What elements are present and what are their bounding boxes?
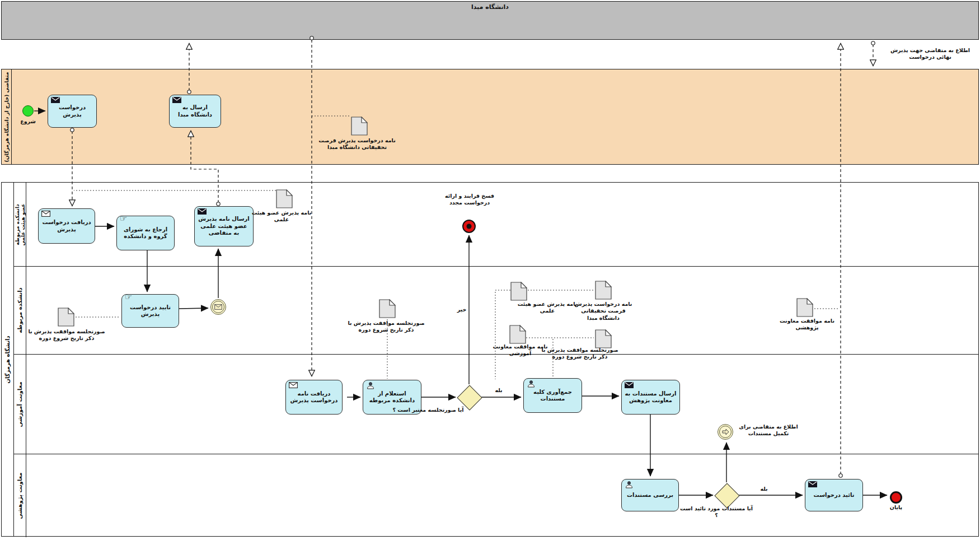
link-event-ring: [719, 426, 732, 438]
message-throw-event-ring: [212, 301, 224, 313]
doc-faculty-acceptance-copy-icon[interactable]: [510, 282, 527, 303]
user-task-icon: [624, 481, 634, 488]
link-arrow-icon: [721, 429, 729, 435]
link-intermediate-event[interactable]: [718, 424, 733, 440]
end-event[interactable]: [890, 491, 902, 504]
doc-faculty-acceptance-copy-label: نامه پذیرش عضو هیئت علمی: [516, 301, 579, 315]
receive-message-icon: [288, 382, 298, 389]
user-task-icon: [365, 382, 375, 389]
flow-label-yes: بله: [757, 486, 771, 492]
link-event-label: اطلاع به متقاضی برای تکمیل مستندات: [735, 423, 801, 437]
task-label: جمع‌آوری کلیه مستندات: [527, 389, 579, 403]
task-label: ارسال نامه پذیرش عضو هیئت علمی به متقاضی: [198, 216, 250, 237]
doc-minutes-copy2-label: صورتجلسه موافقت پذیرش با ذکر تاریخ شروع …: [538, 347, 621, 361]
flow-label-no: خیر: [454, 306, 469, 313]
doc-minutes-label: صورتجلسه موافقت پذیرش با ذکر تاریخ شروع …: [25, 328, 109, 342]
task-request-admission[interactable]: درخواست پذیرش: [48, 95, 97, 128]
receive-message-icon: [41, 211, 50, 217]
task-label: درخواست پذیرش: [51, 104, 93, 118]
task-label: بررسی مستندات: [627, 492, 673, 499]
gateway-documents-approved-label: آیا مستندات مورد تائید است ؟: [678, 505, 754, 519]
send-message-icon: [50, 97, 60, 104]
doc-minutes-copy-label: صورتجلسه موافقت پذیرش با ذکر تاریخ شروع …: [344, 320, 429, 334]
envelope-icon: [214, 304, 222, 310]
task-label: تائید درخواست: [814, 492, 855, 499]
message-throw-event[interactable]: [210, 299, 226, 315]
doc-research-approval-letter-label: نامه موافقت معاونت پژوهشی: [776, 318, 838, 332]
task-receive-request[interactable]: دریافت درخواست پذیرش: [38, 208, 95, 244]
manual-task-icon: ☞: [124, 294, 133, 301]
task-review-documents[interactable]: بررسی مستندات: [621, 479, 679, 511]
task-collect-documents[interactable]: جمع‌آوری کلیه مستندات: [523, 378, 582, 413]
terminate-event[interactable]: [462, 220, 476, 233]
send-message-icon: [197, 208, 207, 215]
task-send-to-origin[interactable]: ارسال به دانشگاه مبدا: [169, 95, 221, 128]
start-event-label: شروع: [16, 118, 40, 125]
terminate-event-label: فسخ فرایند و ارائه درخواست مجدد: [432, 193, 507, 207]
doc-request-letter-copy-icon[interactable]: [595, 281, 612, 302]
start-event[interactable]: [22, 105, 34, 117]
manual-task-icon: ☞: [119, 216, 128, 222]
task-label: دریافت درخواست پذیرش: [41, 219, 92, 233]
doc-request-letter-copy-label: نامه درخواست پذیرش فرصت تحقیقاتی دانشگاه…: [572, 301, 635, 322]
send-message-icon: [624, 382, 634, 389]
doc-minutes-icon[interactable]: [58, 308, 74, 329]
task-label: ارسال مستندات به معاونت پژوهش: [625, 390, 677, 404]
flow-label-yes: بله: [491, 387, 506, 394]
task-label: ارسال به دانشگاه مبدا: [172, 104, 218, 118]
task-receive-letter[interactable]: دریافت نامه درخواست پذیرش: [285, 380, 343, 415]
bpmn-diagram: دانشگاه مبدا متقاضی (خارج از دانشگاه هرم…: [0, 0, 980, 540]
final-acceptance-note: اطلاع به متقاضی جهت پذیرش نهائی درخواست: [883, 47, 977, 61]
doc-minutes-copy-icon[interactable]: [379, 299, 396, 320]
doc-request-letter-origin-label: نامه درخواست پذیرش فرصت تحقیقاتی دانشگاه…: [309, 137, 405, 151]
task-refer-council[interactable]: ☞ ارجاع به شورای گروه و دانشکده: [116, 216, 175, 250]
send-message-icon: [808, 481, 817, 488]
doc-request-letter-origin-icon[interactable]: [351, 117, 368, 138]
connectors-layer: [0, 0, 980, 540]
doc-faculty-acceptance-letter-icon[interactable]: [276, 189, 293, 211]
terminate-event-dot: [467, 224, 472, 229]
gateway-minutes-valid-label: آیا صورتجلسه معتبر است ؟: [387, 407, 469, 413]
task-approve-request[interactable]: ☞ تایید درخواست پذیرش: [121, 294, 179, 328]
task-label: استعلام از دانشکده مربوطه: [366, 390, 418, 404]
task-send-documents[interactable]: ارسال مستندات به معاونت پژوهش: [621, 380, 680, 415]
user-task-icon: [526, 380, 536, 387]
task-confirm-request[interactable]: تائید درخواست: [805, 479, 863, 511]
task-label: تایید درخواست پذیرش: [125, 304, 176, 318]
task-send-acceptance-letter[interactable]: ارسال نامه پذیرش عضو هیئت علمی به متقاضی: [194, 206, 254, 246]
task-label: ارجاع به شورای گروه و دانشکده: [120, 226, 171, 240]
doc-faculty-acceptance-letter-label: نامه پذیرش عضو هیئت علمی: [250, 210, 313, 224]
end-event-label: پایان: [883, 504, 909, 511]
doc-research-approval-letter-icon[interactable]: [796, 298, 813, 319]
task-label: دریافت نامه درخواست پذیرش: [289, 390, 339, 404]
send-message-icon: [172, 97, 181, 104]
